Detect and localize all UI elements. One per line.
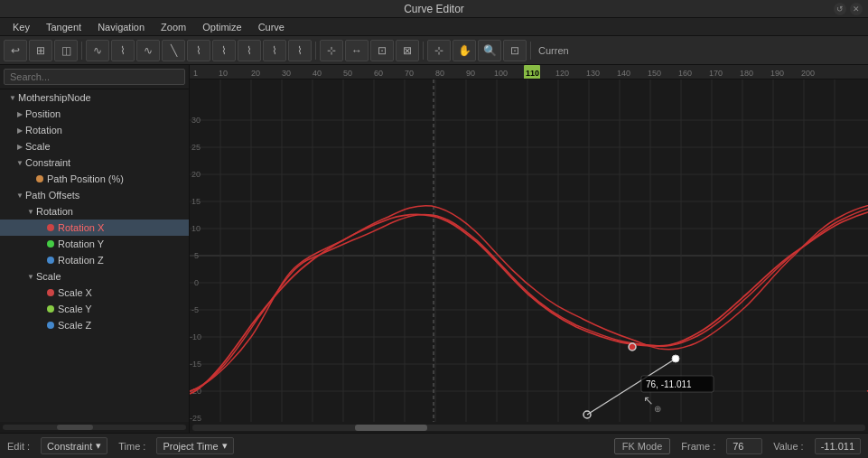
frame-a-btn[interactable]: ⊡ <box>370 40 394 61</box>
menu-optimize[interactable]: Optimize <box>195 20 248 34</box>
arrow-scale-x <box>36 287 47 298</box>
tangent-d-btn[interactable]: ⌇ <box>263 40 286 61</box>
move-tool-btn[interactable]: ↩ <box>4 40 27 61</box>
edit-value: Constraint <box>47 441 92 452</box>
arrows-btn[interactable]: ↔ <box>345 40 369 61</box>
tree-item-rotation-z[interactable]: Rotation Z <box>0 252 189 268</box>
left-panel: ▼ MothershipNode ▶ Position ▶ Rotation ▶… <box>0 65 190 433</box>
frame-value[interactable]: 76 <box>726 438 762 454</box>
arrow-path-offsets: ▼ <box>14 190 25 201</box>
tree-item-path-offsets[interactable]: ▼ Path Offsets <box>0 187 189 203</box>
zoom-btn[interactable]: 🔍 <box>478 40 501 61</box>
tree-item-mothership[interactable]: ▼ MothershipNode <box>0 89 189 106</box>
arrow-path-position <box>25 173 36 184</box>
tangent-b-btn[interactable]: ⌇ <box>212 40 236 61</box>
fk-mode-badge: FK Mode <box>614 438 671 454</box>
tangent-a-btn[interactable]: ⌇ <box>187 40 210 61</box>
tree-item-rotation-y[interactable]: Rotation Y <box>0 236 189 252</box>
menu-key[interactable]: Key <box>5 20 37 34</box>
arrow-scale: ▶ <box>14 141 25 152</box>
fit-btn[interactable]: ⊹ <box>427 40 451 61</box>
tree-item-constraint[interactable]: ▼ Constraint <box>0 154 189 171</box>
arrow-constraint: ▼ <box>14 157 25 168</box>
menu-curve[interactable]: Curve <box>251 20 292 34</box>
label-rotation-z: Rotation Z <box>58 255 104 266</box>
dot-scale-x <box>47 289 54 296</box>
frame-b-btn[interactable]: ⊠ <box>396 40 419 61</box>
menu-navigation[interactable]: Navigation <box>90 20 152 34</box>
time-dropdown[interactable]: Project Time ▾ <box>156 437 233 454</box>
curve-value[interactable]: -11.011 <box>815 438 861 454</box>
tree-item-scale2[interactable]: ▼ Scale <box>0 268 189 285</box>
arrow-rotation-x <box>36 222 47 233</box>
canvas-area[interactable]: 1 10 20 30 40 50 60 70 80 90 100 110 120… <box>190 65 868 433</box>
status-bar: Edit : Constraint ▾ Time : Project Time … <box>0 433 868 458</box>
close-button[interactable]: ✕ <box>850 3 863 15</box>
tree-item-position[interactable]: ▶ Position <box>0 106 189 122</box>
left-scrollbar[interactable] <box>0 422 189 433</box>
arrow-rotation2: ▼ <box>25 206 36 217</box>
curve-b-btn[interactable]: ⌇ <box>111 40 135 61</box>
menu-tangent[interactable]: Tangent <box>39 20 89 34</box>
layers-btn[interactable]: ◫ <box>54 40 78 61</box>
tree-item-scale[interactable]: ▶ Scale <box>0 138 189 154</box>
svg-text:50: 50 <box>343 69 352 78</box>
frame-c-btn[interactable]: ⊡ <box>503 40 527 61</box>
hand-btn[interactable]: ✋ <box>453 40 476 61</box>
svg-text:120: 120 <box>555 69 569 78</box>
svg-text:60: 60 <box>374 69 383 78</box>
svg-text:20: 20 <box>251 69 260 78</box>
h-scrollbar[interactable] <box>190 422 868 433</box>
h-scrollbar-thumb[interactable] <box>355 425 427 431</box>
label-position: Position <box>25 108 61 119</box>
tree-item-path-position[interactable]: Path Position (%) <box>0 171 189 187</box>
dot-rotation-z <box>47 257 54 264</box>
edit-dropdown[interactable]: Constraint ▾ <box>41 437 107 454</box>
translate-btn[interactable]: ⊹ <box>320 40 343 61</box>
sep1 <box>81 42 82 60</box>
label-scale-z: Scale Z <box>58 320 91 331</box>
svg-text:0: 0 <box>194 278 199 287</box>
dot-scale-y <box>47 305 54 313</box>
svg-rect-23 <box>190 79 868 422</box>
svg-text:1: 1 <box>193 69 198 78</box>
label-scale: Scale <box>25 141 51 152</box>
tree-item-scale-x[interactable]: Scale X <box>0 285 189 301</box>
left-scrollbar-thumb[interactable] <box>57 425 93 430</box>
line-btn[interactable]: ╲ <box>162 40 185 61</box>
svg-text:-5: -5 <box>191 305 199 314</box>
tangent-e-btn[interactable]: ⌇ <box>288 40 312 61</box>
tree-item-rotation-x[interactable]: Rotation X <box>0 220 189 236</box>
svg-text:40: 40 <box>313 69 322 78</box>
svg-text:-15: -15 <box>190 360 201 369</box>
graph-canvas[interactable]: 30 25 20 15 10 5 0 -5 -10 -15 -20 -25 -3… <box>190 79 868 422</box>
grid-btn[interactable]: ⊞ <box>29 40 52 61</box>
menu-zoom[interactable]: Zoom <box>154 20 193 34</box>
svg-text:200: 200 <box>801 69 815 78</box>
tangent-handle-point[interactable] <box>672 355 679 362</box>
curve-a-btn[interactable]: ∿ <box>86 40 109 61</box>
label-rotation-y: Rotation Y <box>58 238 104 249</box>
label-scale-y: Scale Y <box>58 304 92 314</box>
frame-label: Frame : <box>681 441 715 452</box>
dot-rotation-x <box>47 224 54 231</box>
svg-text:25: 25 <box>191 143 201 152</box>
title-bar: Curve Editor ↺ ✕ <box>0 0 868 18</box>
label-path-offsets: Path Offsets <box>25 190 79 201</box>
svg-text:190: 190 <box>770 69 784 78</box>
tree-item-scale-z[interactable]: Scale Z <box>0 317 189 333</box>
edit-dropdown-arrow: ▾ <box>96 440 101 452</box>
selected-keyframe[interactable] <box>629 343 636 351</box>
tree-item-rotation2[interactable]: ▼ Rotation <box>0 203 189 220</box>
tangent-c-btn[interactable]: ⌇ <box>238 40 261 61</box>
svg-text:10: 10 <box>191 224 201 233</box>
tree-view: ▼ MothershipNode ▶ Position ▶ Rotation ▶… <box>0 89 189 422</box>
curve-c-btn[interactable]: ∿ <box>136 40 160 61</box>
svg-text:15: 15 <box>191 197 201 206</box>
refresh-button[interactable]: ↺ <box>834 3 846 15</box>
tree-item-rotation1[interactable]: ▶ Rotation <box>0 122 189 138</box>
search-input[interactable] <box>4 69 185 85</box>
tree-item-scale-y[interactable]: Scale Y <box>0 301 189 317</box>
svg-text:30: 30 <box>282 69 291 78</box>
svg-text:20: 20 <box>191 170 201 179</box>
